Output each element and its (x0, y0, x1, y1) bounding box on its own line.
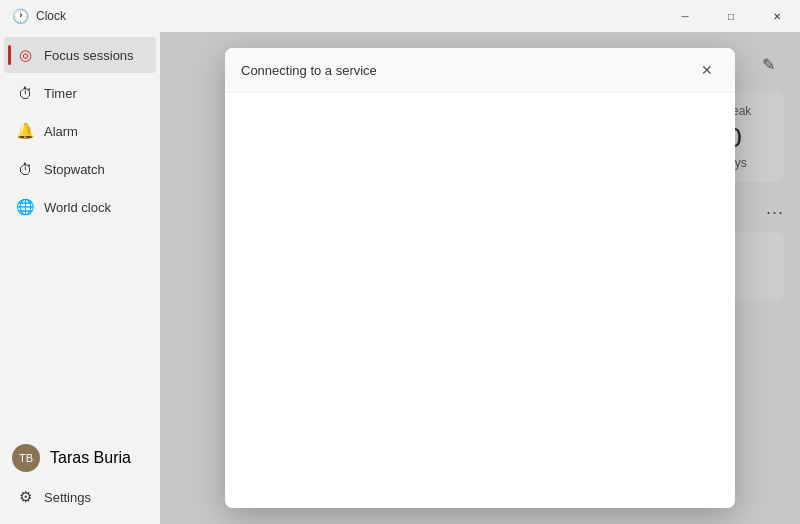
sidebar-item-stopwatch[interactable]: ⏱ Stopwatch (4, 151, 156, 187)
dialog-overlay: Connecting to a service ✕ (160, 32, 800, 524)
sidebar-bottom: TB Taras Buria ⚙ Settings (0, 438, 160, 524)
sidebar: ◎ Focus sessions ⏱ Timer 🔔 Alarm ⏱ Stopw… (0, 32, 160, 524)
title-bar: 🕐 Clock ─ □ ✕ (0, 0, 800, 32)
timer-icon: ⏱ (16, 84, 34, 102)
settings-icon: ⚙ (16, 488, 34, 506)
dialog: Connecting to a service ✕ (225, 48, 735, 508)
app-layout: ◎ Focus sessions ⏱ Timer 🔔 Alarm ⏱ Stopw… (0, 32, 800, 524)
dialog-body (225, 93, 735, 508)
maximize-button[interactable]: □ (708, 0, 754, 32)
dialog-close-button[interactable]: ✕ (695, 58, 719, 82)
user-item[interactable]: TB Taras Buria (0, 438, 160, 478)
timer-label: Timer (44, 86, 77, 101)
active-indicator (8, 45, 11, 65)
stopwatch-label: Stopwatch (44, 162, 105, 177)
app-icon: 🕐 (12, 8, 28, 24)
sidebar-item-settings[interactable]: ⚙ Settings (4, 479, 156, 515)
alarm-icon: 🔔 (16, 122, 34, 140)
window-controls: ─ □ ✕ (662, 0, 800, 32)
world-clock-label: World clock (44, 200, 111, 215)
user-name: Taras Buria (50, 449, 131, 467)
sidebar-item-timer[interactable]: ⏱ Timer (4, 75, 156, 111)
focus-sessions-label: Focus sessions (44, 48, 134, 63)
sidebar-item-focus-sessions[interactable]: ◎ Focus sessions (4, 37, 156, 73)
focus-sessions-icon: ◎ (16, 46, 34, 64)
stopwatch-icon: ⏱ (16, 160, 34, 178)
world-clock-icon: 🌐 (16, 198, 34, 216)
dialog-header: Connecting to a service ✕ (225, 48, 735, 93)
settings-label: Settings (44, 490, 91, 505)
minimize-button[interactable]: ─ (662, 0, 708, 32)
close-button[interactable]: ✕ (754, 0, 800, 32)
sidebar-item-world-clock[interactable]: 🌐 World clock (4, 189, 156, 225)
sidebar-item-alarm[interactable]: 🔔 Alarm (4, 113, 156, 149)
alarm-label: Alarm (44, 124, 78, 139)
dialog-title: Connecting to a service (241, 63, 695, 78)
user-avatar: TB (12, 444, 40, 472)
main-content: ✎ Streak 0 days minutes ··· music and po… (160, 32, 800, 524)
